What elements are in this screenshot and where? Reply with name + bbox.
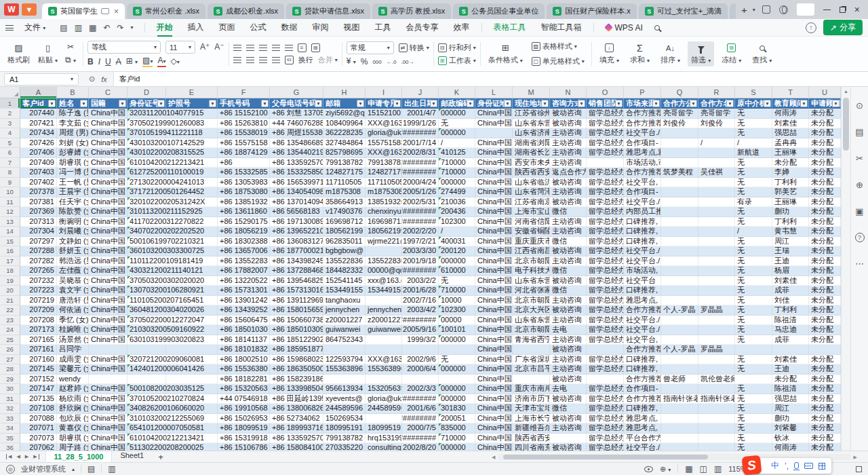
cell[interactable]: 留学总经办: [587, 246, 624, 256]
file-tab[interactable]: S高学历 教授.xlsx: [372, 3, 451, 19]
cell[interactable]: 无: [735, 178, 772, 188]
wrap-text-button[interactable]: 换行: [298, 55, 313, 65]
cell[interactable]: 留学总经办: [587, 364, 624, 375]
fx-icon[interactable]: fx: [101, 75, 107, 83]
indent-increase-icon[interactable]: [285, 45, 293, 51]
cell[interactable]: 主动咨询: [550, 128, 587, 138]
cell[interactable]: 王丽琳: [772, 197, 809, 208]
cell[interactable]: 未分配: [772, 158, 809, 168]
file-tab[interactable]: S常州公积金 .xlsx: [127, 3, 205, 19]
cell[interactable]: [661, 286, 698, 296]
cell[interactable]: +86 1565399710: [270, 178, 323, 188]
cell[interactable]: +86 18056219: [218, 227, 270, 237]
column-header-G[interactable]: G: [270, 87, 323, 98]
cell[interactable]: [661, 158, 698, 168]
cell[interactable]: /: [698, 138, 735, 149]
cell[interactable]: 2002/7/16: [402, 296, 439, 306]
prev-sheet-icon[interactable]: ◀: [16, 454, 20, 459]
cell[interactable]: 山东省临沂: [513, 178, 550, 188]
cell[interactable]: 未分配: [809, 148, 841, 158]
cell[interactable]: China中国: [475, 217, 513, 227]
cell[interactable]: 无: [735, 266, 772, 276]
cell[interactable]: 100101: [439, 325, 475, 335]
cell[interactable]: +86 1360831276: [270, 237, 323, 247]
cell[interactable]: 王一帆 (男: [57, 178, 89, 188]
cell[interactable]: [587, 345, 624, 355]
cell[interactable]: 610000: [439, 266, 475, 276]
cell[interactable]: 138519326: [366, 197, 402, 208]
cell[interactable]: 山东省东营: [513, 119, 550, 129]
add-panel-icon[interactable]: ⊕: [856, 180, 863, 190]
cell[interactable]: 无: [735, 237, 772, 247]
menu-tab-审阅[interactable]: 审阅: [305, 20, 336, 35]
cell[interactable]: 630103199903020823: [127, 335, 166, 345]
cell[interactable]: 未分配: [809, 227, 841, 237]
cell[interactable]: 无: [439, 119, 475, 129]
cell[interactable]: 河南省信阳: [513, 217, 550, 227]
cell[interactable]: 000000: [439, 335, 475, 345]
cell[interactable]: 个人-罗晶: [661, 305, 698, 316]
thousands-button[interactable]: 000: [372, 58, 381, 66]
cell[interactable]: +86 15152100: [218, 109, 270, 119]
cell[interactable]: 无: [735, 128, 772, 138]
filter-button[interactable]: ▼: [157, 100, 165, 107]
cell[interactable]: wendy: [57, 375, 89, 385]
cell[interactable]: 重庆市南岸: [513, 384, 550, 394]
cell[interactable]: 无: [735, 286, 772, 296]
cell[interactable]: 丁利利: [772, 305, 809, 316]
cell[interactable]: [698, 197, 735, 208]
cell[interactable]: 被动咨询: [550, 414, 587, 424]
cell[interactable]: China中国: [89, 276, 127, 286]
cell[interactable]: +86 18141137: [218, 335, 270, 345]
cell[interactable]: 曾老师: [661, 375, 698, 385]
cell[interactable]: +86 13657006: [218, 246, 270, 256]
filter-button[interactable]: ▼: [119, 100, 126, 107]
column-header-E[interactable]: E: [166, 87, 218, 98]
cell[interactable]: 留学总经办: [587, 227, 624, 237]
cell[interactable]: XXX@163.c: [366, 119, 402, 129]
column-header-I[interactable]: I: [366, 87, 402, 98]
file-tab[interactable]: S宁夏教师样本.xlsx: [730, 3, 736, 19]
file-tab[interactable]: S国任财产保险样本.x: [547, 3, 637, 19]
cell[interactable]: 合作项目-: [624, 187, 661, 197]
save-icon[interactable]: ▤: [60, 23, 67, 33]
cell[interactable]: [402, 345, 439, 355]
cell[interactable]: [366, 296, 402, 306]
cell[interactable]: jennychen: [366, 305, 402, 316]
cell[interactable]: +86 13611860: [218, 207, 270, 217]
cell[interactable]: 207223: [20, 286, 57, 296]
cell[interactable]: +44 07546918: [218, 394, 270, 404]
cell[interactable]: 未分配: [809, 316, 841, 326]
cell[interactable]: +86 15332585: [218, 168, 270, 178]
cell[interactable]: China中国: [89, 434, 127, 444]
cell[interactable]: China中国: [475, 335, 513, 345]
cell[interactable]: [661, 325, 698, 335]
cell[interactable]: China中国: [475, 138, 513, 149]
cell[interactable]: 207440: [20, 109, 57, 119]
cell[interactable]: +86 15536380: [218, 364, 270, 375]
cell[interactable]: +86 15320563: [218, 384, 270, 394]
cell[interactable]: 2002/8/31: [402, 148, 439, 158]
cell[interactable]: China中国: [89, 296, 127, 306]
cell[interactable]: [127, 375, 166, 385]
cell[interactable]: China中国: [89, 246, 127, 256]
orientation-icon[interactable]: ≡: [298, 43, 307, 52]
cell[interactable]: 无: [735, 394, 772, 404]
cell[interactable]: 207208: [20, 316, 57, 326]
cell[interactable]: 430103200107142529: [127, 138, 166, 149]
row-header[interactable]: 10: [0, 187, 20, 197]
merge-button[interactable]: 合并 ▾: [318, 55, 338, 65]
filter-button[interactable]: ▼: [209, 100, 216, 107]
row-header[interactable]: 25: [0, 335, 20, 345]
cell[interactable]: +86 15606475: [218, 316, 270, 326]
cell[interactable]: 留学总经办: [587, 355, 624, 365]
menu-tab-视图[interactable]: 视图: [336, 20, 368, 35]
cell[interactable]: 207369: [20, 207, 57, 217]
cell[interactable]: 2002/8/20: [402, 443, 439, 451]
cell[interactable]: +86 1580841000: [270, 443, 323, 451]
menu-tab-开始[interactable]: 开始: [149, 20, 180, 35]
cell[interactable]: 500108200203035125: [127, 384, 166, 394]
cell[interactable]: 207108: [20, 404, 57, 414]
add-sheet-button[interactable]: +: [152, 452, 170, 462]
cell[interactable]: 未分配: [809, 207, 841, 217]
